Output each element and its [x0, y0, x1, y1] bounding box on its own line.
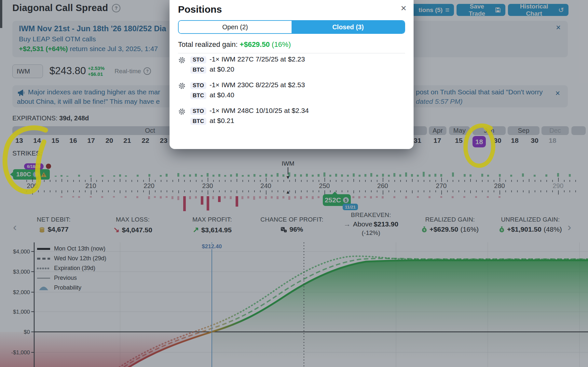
- call-volume-bar: [119, 174, 121, 177]
- expiry-date[interactable]: 18: [545, 137, 560, 144]
- gear-icon[interactable]: [178, 108, 186, 116]
- month-pill-partial[interactable]: [571, 126, 586, 135]
- expiry-date[interactable]: 22: [138, 137, 153, 144]
- expiry-date[interactable]: 23: [157, 137, 171, 144]
- close-icon[interactable]: ×: [401, 3, 406, 14]
- tick: [272, 190, 272, 192]
- tick: [371, 180, 372, 182]
- expiry-date-selected[interactable]: 18: [472, 136, 486, 147]
- put-volume-bar: [487, 196, 489, 198]
- position-row: STO-1× IWM 230C 8/22/25 at $2.53 BTCat $…: [178, 81, 406, 99]
- expiry-date[interactable]: 15: [48, 137, 62, 144]
- call-volume-bar: [212, 175, 214, 177]
- put-volume-bar: [376, 196, 378, 198]
- tick: [44, 180, 45, 182]
- month-pill-sep[interactable]: Sep: [508, 126, 540, 135]
- put-volume-bar: [405, 196, 407, 198]
- close-leg-dot[interactable]: [46, 164, 51, 169]
- screen-edge-artifact: [0, 0, 2, 28]
- expiry-date[interactable]: 21: [120, 137, 134, 144]
- ticker-input[interactable]: IWM: [12, 64, 43, 78]
- tick: [260, 190, 261, 192]
- tick: [470, 179, 471, 182]
- legend-label: Wed Nov 12th (29d): [54, 255, 106, 262]
- tick: [137, 190, 138, 192]
- expiry-date[interactable]: 15: [452, 137, 466, 144]
- tick: [319, 190, 319, 192]
- stats-prev-chevron[interactable]: ‹: [13, 221, 17, 233]
- month-pill-apr[interactable]: Apr: [429, 126, 446, 135]
- expiry-date[interactable]: 13: [12, 137, 26, 144]
- legend-item-probability: Probability: [36, 284, 106, 292]
- strike-badge-180c[interactable]: 180C $: [13, 169, 50, 180]
- put-volume-bar: [207, 196, 209, 211]
- stat-breakeven: BREAKEVEN: →Above $213.90 (-12%): [332, 211, 410, 237]
- tick: [529, 179, 529, 182]
- expiry-date[interactable]: 30: [527, 137, 542, 144]
- call-volume-bar: [376, 175, 378, 177]
- arrow-down-right-icon: ↘: [113, 225, 119, 234]
- tick: [494, 180, 494, 182]
- expiry-date[interactable]: 17: [84, 137, 98, 144]
- profit-area: [212, 260, 588, 332]
- close-icon[interactable]: ×: [555, 89, 560, 97]
- close-icon[interactable]: ×: [556, 23, 561, 32]
- put-volume-bar: [265, 196, 267, 199]
- tick: [202, 180, 202, 182]
- tick: [535, 180, 535, 182]
- call-volume-bar: [510, 175, 512, 177]
- tick: [272, 180, 272, 182]
- tick: [219, 180, 220, 182]
- help-icon[interactable]: ?: [112, 4, 120, 12]
- put-volume-bar: [125, 196, 127, 198]
- tab-closed[interactable]: Closed (3): [292, 21, 404, 33]
- tick: [213, 190, 214, 192]
- probability-swatch: [36, 285, 51, 291]
- gear-icon[interactable]: [178, 82, 186, 90]
- put-volume-bar: [236, 196, 238, 207]
- tick: [62, 190, 62, 193]
- coins-icon: [39, 226, 45, 233]
- expiry-date[interactable]: 20: [102, 137, 116, 144]
- gear-icon[interactable]: [178, 56, 186, 64]
- tab-open[interactable]: Open (2): [179, 21, 292, 33]
- tick: [260, 180, 261, 182]
- month-pill-jun[interactable]: Jun: [472, 126, 506, 135]
- tick: [32, 190, 33, 195]
- put-volume-bar: [171, 196, 173, 199]
- news-line1-right: post on Truth Social that said "Don't wo…: [416, 88, 543, 96]
- month-pill-dec[interactable]: Dec: [541, 126, 569, 135]
- tick: [330, 190, 331, 192]
- realtime-indicator: Real-time ?: [115, 67, 151, 75]
- tick: [365, 190, 366, 192]
- ticker-price: $243.80: [49, 65, 86, 77]
- total-realized-gain: Total realized gain: +$629.50 (16%): [178, 40, 291, 49]
- expiry-date[interactable]: 18: [508, 137, 522, 144]
- expiry-date[interactable]: 17: [430, 137, 444, 144]
- position-desc: at $0.20: [210, 65, 234, 73]
- stat-max-loss: MAX LOSS: ↘$4,047.50: [96, 216, 169, 234]
- call-volume-bar: [125, 175, 127, 177]
- help-icon[interactable]: ?: [144, 67, 151, 75]
- call-volume-bar: [429, 174, 431, 177]
- tick: [237, 190, 237, 193]
- call-volume-bar: [259, 175, 261, 177]
- historical-chart-button[interactable]: Historical Chart ↺: [508, 4, 568, 16]
- stat-label: REALIZED GAIN:: [411, 216, 489, 223]
- save-trade-button[interactable]: Save Trade: [457, 4, 505, 16]
- moneybag-icon: $: [499, 226, 505, 233]
- arrow-right-icon: →: [344, 220, 351, 228]
- tick: [73, 190, 74, 192]
- svg-text:$: $: [423, 228, 425, 232]
- expiry-date[interactable]: 16: [66, 137, 80, 144]
- expiry-date[interactable]: 14: [30, 137, 44, 144]
- expiry-date[interactable]: 30: [490, 137, 505, 144]
- put-volume-bar: [300, 196, 302, 199]
- tick: [394, 190, 395, 192]
- month-pill-may[interactable]: May: [449, 126, 470, 135]
- call-volume-bar: [294, 174, 296, 177]
- call-volume-bar: [417, 175, 419, 177]
- strike-expiry-pill[interactable]: 6/18/26: [24, 163, 44, 170]
- strike-expiry-pill[interactable]: 11/21: [343, 204, 358, 210]
- strategy-subtitle: Buy LEAP Sell OTM calls: [19, 35, 96, 43]
